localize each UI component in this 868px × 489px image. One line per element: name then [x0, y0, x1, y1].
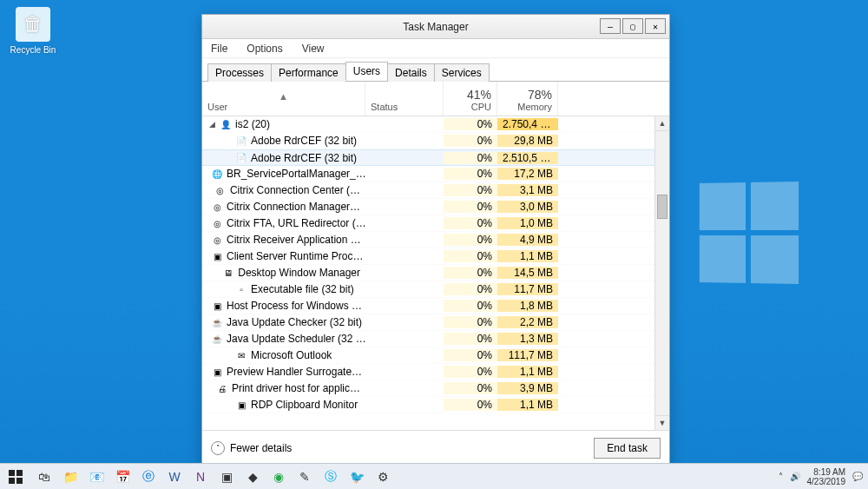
process-icon: ◎ — [211, 201, 223, 213]
menu-file[interactable]: File — [207, 41, 231, 56]
taskbar-onenote-icon[interactable]: N — [191, 467, 210, 486]
taskbar-store-icon[interactable]: 🛍 — [35, 467, 54, 486]
process-row[interactable]: ◎Citrix Connection Manager…0%3,0 MB — [202, 199, 669, 215]
tab-bar: Processes Performance Users Details Serv… — [202, 58, 669, 82]
minimize-button[interactable]: — — [600, 18, 621, 34]
process-row[interactable]: ☕Java Update Checker (32 bit)0%2,2 MB — [202, 314, 669, 331]
process-name: Citrix Connection Center (… — [230, 184, 360, 196]
process-cpu: 0% — [444, 349, 497, 361]
maximize-button[interactable]: ▢ — [622, 18, 643, 34]
process-row[interactable]: 📄Adobe RdrCEF (32 bit)0%29,8 MB — [202, 133, 669, 149]
process-row[interactable]: ◎Citrix Receiver Application …0%4,9 MB — [202, 232, 669, 248]
process-mem: 2.510,5 MB — [497, 152, 558, 164]
svg-rect-2 — [9, 478, 15, 484]
header-user[interactable]: ▲ User — [202, 82, 365, 116]
header-memory[interactable]: 78% Memory — [497, 82, 558, 116]
process-cpu: 0% — [444, 366, 497, 378]
scrollbar[interactable]: ▲ ▼ — [654, 116, 669, 430]
svg-rect-3 — [16, 478, 23, 484]
process-row[interactable]: ▣Client Server Runtime Proc…0%1,1 MB — [202, 248, 669, 265]
process-row[interactable]: ◎Citrix FTA, URL Redirector (…0%1,0 MB — [202, 215, 669, 232]
taskbar-app-icon-3[interactable]: ◉ — [269, 467, 288, 486]
start-button[interactable] — [3, 465, 28, 489]
process-row[interactable]: 🌐BR_ServicePortalManager_…0%17,2 MB — [202, 166, 669, 182]
taskbar-edge-icon[interactable]: ⓔ — [139, 467, 158, 486]
process-row[interactable]: ▣Host Process for Windows …0%1,8 MB — [202, 298, 669, 314]
process-icon: 📄 — [235, 135, 247, 147]
taskbar-app-icon-5[interactable]: ⚙ — [373, 467, 392, 486]
process-icon: 🖨 — [216, 382, 228, 394]
process-row[interactable]: ✉Microsoft Outlook0%111,7 MB — [202, 347, 669, 364]
recycle-bin[interactable]: 🗑 Recycle Bin — [7, 7, 59, 55]
process-icon: ✉ — [235, 349, 247, 361]
process-mem: 111,7 MB — [497, 349, 558, 361]
process-icon: ◎ — [214, 184, 227, 196]
tray-chevron-up-icon[interactable]: ˄ — [779, 472, 783, 481]
svg-rect-1 — [16, 470, 23, 476]
process-row[interactable]: ▣Preview Handler Surrogate…0%1,1 MB — [202, 364, 669, 380]
close-button[interactable]: ✕ — [645, 18, 666, 34]
scroll-down-icon[interactable]: ▼ — [655, 415, 669, 430]
taskbar-app-icon-2[interactable]: ◆ — [243, 467, 262, 486]
sort-indicator-icon: ▲ — [207, 91, 359, 102]
taskbar-explorer-icon[interactable]: 📁 — [61, 467, 80, 486]
end-task-button[interactable]: End task — [594, 438, 661, 459]
process-name: Preview Handler Surrogate… — [227, 366, 362, 378]
header-status[interactable]: Status — [365, 82, 444, 116]
tab-users[interactable]: Users — [345, 62, 388, 81]
process-cpu: 0% — [444, 316, 497, 328]
process-name: Print driver host for applic… — [232, 382, 360, 394]
scroll-thumb[interactable] — [657, 195, 667, 219]
process-cpu: 0% — [444, 152, 497, 164]
process-row[interactable]: ☕Java Update Scheduler (32 …0%1,3 MB — [202, 331, 669, 347]
menu-options[interactable]: Options — [243, 41, 286, 56]
svg-rect-0 — [9, 470, 15, 476]
taskbar-calendar-icon[interactable]: 📅 — [113, 467, 132, 486]
process-cpu: 0% — [444, 135, 497, 147]
process-icon: ▣ — [211, 300, 223, 312]
user-row[interactable]: ◢👤is2 (20)0%2.750,4 MB — [202, 116, 669, 133]
process-row[interactable]: ▫Executable file (32 bit)0%11,7 MB — [202, 281, 669, 298]
scroll-up-icon[interactable]: ▲ — [655, 116, 669, 131]
tray-volume-icon[interactable]: 🔊 — [790, 472, 800, 481]
process-icon: 📄 — [235, 152, 247, 164]
taskbar-skype-icon[interactable]: Ⓢ — [321, 467, 340, 486]
process-name: RDP Clipboard Monitor — [251, 399, 358, 411]
taskbar-mail-icon[interactable]: 📧 — [87, 467, 106, 486]
process-row[interactable]: 🖥Desktop Window Manager0%14,5 MB — [202, 265, 669, 281]
process-name: BR_ServicePortalManager_… — [227, 168, 365, 180]
fewer-details-button[interactable]: ˄ Fewer details — [211, 441, 292, 455]
tray-clock[interactable]: 8:19 AM 4/23/2019 — [807, 467, 846, 486]
process-row[interactable]: ▣RDP Clipboard Monitor0%1,1 MB — [202, 397, 669, 413]
taskbar-app-icon-1[interactable]: ▣ — [217, 467, 236, 486]
taskbar-word-icon[interactable]: W — [165, 467, 184, 486]
process-name: Adobe RdrCEF (32 bit) — [251, 152, 357, 164]
header-cpu[interactable]: 41% CPU — [444, 82, 497, 116]
process-icon: ◎ — [211, 217, 223, 229]
process-name: Microsoft Outlook — [251, 349, 332, 361]
process-row[interactable]: 🖨Print driver host for applic…0%3,9 MB — [202, 380, 669, 397]
process-mem: 1,1 MB — [497, 250, 558, 262]
user-name: is2 (20) — [235, 118, 270, 130]
process-name: Host Process for Windows … — [227, 300, 362, 312]
tab-processes[interactable]: Processes — [207, 63, 272, 82]
process-row[interactable]: ◎Citrix Connection Center (…0%3,1 MB — [202, 182, 669, 199]
process-cpu: 0% — [444, 201, 497, 213]
taskbar-twitter-icon[interactable]: 🐦 — [347, 467, 366, 486]
tab-services[interactable]: Services — [434, 63, 490, 82]
process-mem: 3,1 MB — [497, 184, 558, 196]
expander-icon[interactable]: ◢ — [207, 120, 216, 129]
user-mem: 2.750,4 MB — [497, 118, 558, 130]
tray-action-center-icon[interactable]: 💬 — [852, 472, 863, 481]
process-name: Citrix Connection Manager… — [227, 201, 360, 213]
process-cpu: 0% — [444, 217, 497, 229]
user-cpu: 0% — [444, 118, 497, 130]
title-bar[interactable]: Task Manager — ▢ ✕ — [202, 15, 669, 39]
menu-view[interactable]: View — [299, 41, 328, 56]
process-icon: ▫ — [235, 283, 247, 295]
tab-details[interactable]: Details — [387, 63, 435, 82]
process-row[interactable]: 📄Adobe RdrCEF (32 bit)0%2.510,5 MB — [202, 149, 669, 166]
tab-performance[interactable]: Performance — [271, 63, 346, 82]
taskbar-app-icon-4[interactable]: ✎ — [295, 467, 314, 486]
process-mem: 1,1 MB — [497, 399, 558, 411]
